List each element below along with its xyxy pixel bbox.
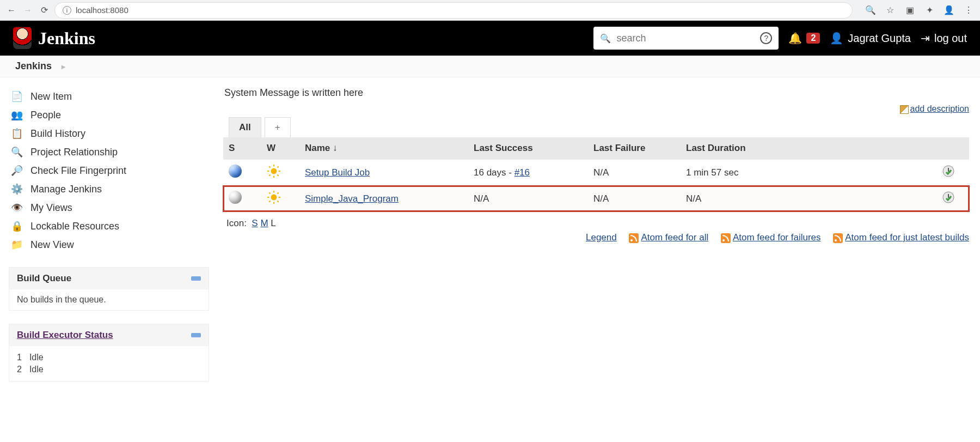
col-last-success[interactable]: Last Success bbox=[468, 137, 588, 160]
sidebar-item-manage-jenkins[interactable]: ⚙️Manage Jenkins bbox=[9, 180, 209, 198]
col-weather[interactable]: W bbox=[261, 137, 299, 160]
svg-line-15 bbox=[269, 192, 270, 193]
logout-label: log out bbox=[934, 32, 967, 45]
sidebar-item-new-item[interactable]: 📄New Item bbox=[9, 87, 209, 106]
sidebar-item-people[interactable]: 👥People bbox=[9, 106, 209, 124]
sidebar-item-project-relationship[interactable]: 🔍Project Relationship bbox=[9, 143, 209, 161]
col-status[interactable]: S bbox=[223, 137, 261, 160]
search-input[interactable] bbox=[616, 33, 755, 44]
icon-size-label: Icon: bbox=[226, 218, 247, 228]
build-queue-empty: No builds in the queue. bbox=[17, 295, 106, 304]
col-name[interactable]: Name ↓ bbox=[299, 137, 468, 160]
sidebar-item-check-file-fingerprint[interactable]: 🔎Check File Fingerprint bbox=[9, 161, 209, 180]
icon-size-m[interactable]: M bbox=[260, 218, 268, 228]
sidebar-item-my-views[interactable]: 👁️My Views bbox=[9, 198, 209, 217]
jenkins-logo[interactable]: Jenkins bbox=[13, 27, 95, 49]
atom-failures-link[interactable]: Atom feed for failures bbox=[733, 232, 821, 243]
sidebar-item-label: Project Relationship bbox=[30, 147, 118, 158]
svg-line-8 bbox=[278, 166, 279, 167]
sidebar-item-label: Lockable Resources bbox=[30, 221, 119, 232]
address-bar[interactable]: i localhost:8080 bbox=[54, 2, 853, 19]
build-link[interactable]: #16 bbox=[514, 167, 530, 178]
notification-badge: 2 bbox=[806, 33, 820, 44]
shield-icon[interactable]: ▣ bbox=[904, 4, 916, 16]
extensions-icon[interactable]: ✦ bbox=[923, 4, 935, 16]
col-last-duration[interactable]: Last Duration bbox=[681, 137, 936, 160]
sidebar-item-label: Manage Jenkins bbox=[30, 184, 102, 195]
sidebar-item-label: Check File Fingerprint bbox=[30, 165, 126, 177]
app-header: Jenkins 🔍 ? 🔔 2 👤 Jagrat Gupta ⇥ log out bbox=[0, 21, 980, 56]
user-icon: 👤 bbox=[830, 32, 843, 45]
browser-search-icon[interactable]: 🔍 bbox=[865, 4, 877, 16]
last-duration: N/A bbox=[681, 186, 936, 212]
svg-point-0 bbox=[271, 168, 277, 174]
icon-size-l: L bbox=[271, 218, 275, 228]
jenkins-logo-text: Jenkins bbox=[38, 28, 95, 49]
sidebar-item-label: People bbox=[30, 110, 61, 121]
add-description-link[interactable]: add description bbox=[910, 104, 969, 113]
sidebar-item-label: My Views bbox=[30, 202, 72, 214]
browser-bar: ← → ⟳ i localhost:8080 🔍 ☆ ▣ ✦ 👤 ⋮ bbox=[0, 0, 980, 21]
atom-all-link[interactable]: Atom feed for all bbox=[641, 232, 708, 243]
fingerprint-icon: 🔎 bbox=[11, 165, 23, 177]
weather-sun-icon bbox=[267, 196, 281, 207]
sidebar-item-lockable-resources[interactable]: 🔒Lockable Resources bbox=[9, 217, 209, 235]
build-executor-title[interactable]: Build Executor Status bbox=[17, 330, 113, 341]
last-failure: N/A bbox=[588, 186, 681, 212]
executor-num: 2 bbox=[17, 365, 22, 374]
schedule-build-icon[interactable] bbox=[942, 169, 955, 180]
icon-size-s[interactable]: S bbox=[252, 218, 258, 228]
svg-line-18 bbox=[278, 192, 279, 193]
executor-row: 1Idle bbox=[17, 352, 201, 364]
legend-link[interactable]: Legend bbox=[586, 232, 617, 243]
job-link[interactable]: Setup Build Job bbox=[305, 167, 370, 178]
build-queue-panel: Build Queue No builds in the queue. bbox=[9, 267, 209, 311]
lockable-resources-icon: 🔒 bbox=[11, 220, 23, 232]
system-message: System Message is written here bbox=[223, 85, 969, 104]
user-menu[interactable]: 👤 Jagrat Gupta bbox=[830, 32, 911, 45]
people-icon: 👥 bbox=[11, 109, 23, 121]
executor-num: 1 bbox=[17, 353, 22, 362]
schedule-build-icon[interactable] bbox=[942, 196, 955, 206]
sidebar-item-label: New Item bbox=[30, 91, 72, 102]
weather-sun-icon bbox=[267, 170, 281, 180]
back-button[interactable]: ← bbox=[5, 4, 17, 16]
rss-icon bbox=[629, 233, 639, 243]
site-info-icon[interactable]: i bbox=[63, 6, 71, 15]
last-success: N/A bbox=[474, 193, 489, 204]
search-box[interactable]: 🔍 ? bbox=[593, 27, 779, 50]
forward-button[interactable]: → bbox=[22, 4, 34, 16]
user-name: Jagrat Gupta bbox=[848, 32, 911, 45]
atom-latest-link[interactable]: Atom feed for just latest builds bbox=[845, 232, 969, 243]
logout-button[interactable]: ⇥ log out bbox=[921, 32, 967, 45]
rss-icon bbox=[833, 233, 843, 243]
tab-new-view[interactable]: + bbox=[265, 117, 291, 137]
last-success: 16 days - bbox=[474, 167, 514, 178]
collapse-icon[interactable] bbox=[191, 333, 201, 337]
new-item-icon: 📄 bbox=[11, 90, 23, 102]
reload-button[interactable]: ⟳ bbox=[38, 4, 50, 16]
tab-all[interactable]: All bbox=[229, 117, 261, 137]
rss-icon bbox=[721, 233, 731, 243]
status-ball-icon bbox=[229, 165, 242, 178]
col-last-failure[interactable]: Last Failure bbox=[588, 137, 681, 160]
icon-size-picker: Icon: S M L bbox=[226, 218, 969, 229]
notifications-button[interactable]: 🔔 2 bbox=[788, 32, 820, 45]
build-history-icon: 📋 bbox=[11, 128, 23, 140]
executor-state: Idle bbox=[29, 353, 44, 362]
svg-line-16 bbox=[278, 201, 279, 202]
collapse-icon[interactable] bbox=[191, 276, 201, 281]
sidebar-item-new-view[interactable]: 📁New View bbox=[9, 235, 209, 254]
profile-icon[interactable]: 👤 bbox=[943, 4, 955, 16]
sidebar-item-build-history[interactable]: 📋Build History bbox=[9, 124, 209, 143]
sidebar-item-label: New View bbox=[30, 239, 74, 251]
jenkins-logo-icon bbox=[13, 27, 32, 49]
main-panel: System Message is written here add descr… bbox=[218, 77, 980, 391]
job-link[interactable]: Simple_Java_Program bbox=[305, 193, 399, 204]
star-icon[interactable]: ☆ bbox=[884, 4, 896, 16]
help-icon[interactable]: ? bbox=[760, 32, 772, 44]
kebab-menu-icon[interactable]: ⋮ bbox=[963, 4, 975, 16]
svg-line-6 bbox=[278, 175, 279, 176]
breadcrumb-root[interactable]: Jenkins bbox=[15, 60, 52, 72]
svg-line-17 bbox=[269, 201, 270, 202]
